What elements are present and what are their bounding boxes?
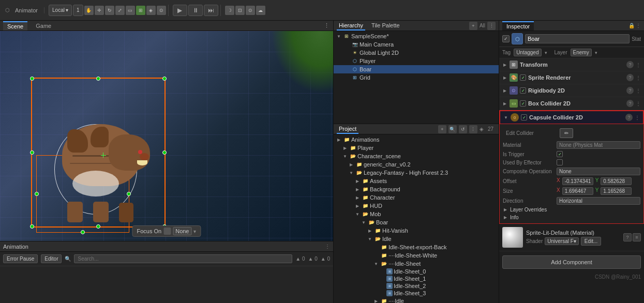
shader-value[interactable]: Universal F▾ — [545, 237, 579, 245]
rigidbody-more[interactable]: ⋮ — [636, 88, 641, 94]
extra-tool2[interactable]: ⊙ — [157, 6, 166, 15]
edit-collider-btn[interactable]: ✏ — [560, 128, 573, 138]
transform-help[interactable]: ? — [626, 61, 634, 68]
pause-button[interactable]: ⏸ — [188, 5, 203, 16]
tab-inspector[interactable]: Inspector — [502, 21, 534, 31]
gizmo3[interactable]: ⊙ — [246, 6, 255, 15]
proj-idle3[interactable]: ▣ Idle-Sheet_3 — [334, 290, 499, 297]
proj-assets[interactable]: ▶ 📁 Assets — [334, 177, 499, 185]
tree-item-boar[interactable]: ⬡ Boar — [334, 65, 499, 73]
inner-handle-bm[interactable] — [81, 230, 85, 234]
proj-legacy[interactable]: ▼ 📂 Legacy-Fantasy - High Forest 2.3 — [334, 169, 499, 177]
proj-idlewhite[interactable]: 📁 ····Idle-Sheet-White — [334, 251, 499, 260]
step-button[interactable]: ⏭ — [204, 5, 218, 16]
rigidbody-checkbox[interactable]: ✓ — [520, 87, 526, 94]
component-boxcollider2d-header[interactable]: ▶ ▭ ✓ Box Collider 2D ? ⋮ — [499, 97, 644, 110]
proj-idle-anim[interactable]: ▶ 📁 ····Idle — [334, 297, 499, 303]
tree-item-maincamera[interactable]: 📷 Main Camera — [334, 40, 499, 49]
proj-idlesheet[interactable]: ▼ 📂 ····Idle-Sheet — [334, 260, 499, 268]
go-active-checkbox[interactable]: ✓ — [502, 35, 510, 42]
proj-idle2[interactable]: ▣ Idle-Sheet_2 — [334, 282, 499, 290]
capsulecol-more[interactable]: ⋮ — [635, 115, 640, 120]
add-component-btn[interactable]: Add Component — [502, 255, 641, 269]
boxcol-checkbox[interactable]: ✓ — [520, 100, 526, 107]
tab-tile-palette[interactable]: Tile Palette — [369, 21, 402, 31]
mat-list-btn[interactable]: ≡ — [633, 233, 641, 241]
offset-y-value[interactable]: 0.582628 — [601, 177, 632, 185]
editor-btn[interactable]: Editor — [41, 254, 62, 263]
project-refresh-btn[interactable]: ↺ — [459, 125, 467, 133]
scale-tool[interactable]: ⤢ — [115, 6, 125, 15]
move-tool[interactable]: ✛ — [95, 6, 104, 15]
handle-mr[interactable] — [162, 150, 167, 155]
gizmo2[interactable]: ⊡ — [235, 6, 245, 15]
extra-tool1[interactable]: ◈ — [146, 6, 156, 15]
direction-value[interactable]: Horizontal — [557, 197, 640, 205]
proj-background[interactable]: ▶ 📁 Background — [334, 185, 499, 193]
tree-item-player[interactable]: ⬡ Player — [334, 57, 499, 65]
go-stat-label[interactable]: Stat — [632, 36, 641, 42]
go-name-field[interactable] — [525, 34, 630, 43]
layer-overrides-label[interactable]: Layer Overrides — [510, 207, 562, 213]
composite-op-value[interactable]: None — [557, 168, 640, 175]
rect-tool[interactable]: ▭ — [126, 6, 135, 15]
proj-idle0[interactable]: ▣ Idle-Sheet_0 — [334, 268, 499, 275]
inner-handle-ml[interactable] — [35, 192, 39, 196]
play-button[interactable]: ▶ — [173, 5, 187, 16]
proj-boar[interactable]: ▼ 📂 Boar — [334, 218, 499, 226]
component-sprite-renderer-header[interactable]: ▶ 🎨 ✓ Sprite Renderer ? ⋮ — [499, 71, 644, 84]
layer-chevron[interactable]: ▾ — [595, 50, 597, 55]
rotate-tool[interactable]: ↻ — [105, 6, 114, 15]
tag-value[interactable]: Untagged — [514, 49, 541, 56]
hierarchy-add-btn[interactable]: + — [469, 22, 477, 30]
proj-player[interactable]: ▶ 📁 Player — [334, 144, 499, 152]
handle-bl[interactable] — [30, 224, 34, 229]
component-transform-header[interactable]: ▶ ⊞ Transform ? ⋮ — [499, 58, 644, 71]
hand-tool[interactable]: ✋ — [84, 6, 94, 15]
inspector-menu[interactable]: ⋮ — [636, 23, 641, 28]
collab-btn[interactable]: ☁ — [256, 6, 265, 15]
tab-project[interactable]: Project — [337, 125, 358, 134]
transform-more[interactable]: ⋮ — [636, 62, 641, 68]
proj-mob[interactable]: ▼ 📂 Mob — [334, 210, 499, 218]
info-label[interactable]: Info — [510, 215, 562, 220]
inspector-lock[interactable]: 🔒 — [628, 23, 635, 28]
anim-search-input[interactable] — [74, 254, 292, 263]
tree-item-globallight[interactable]: ☀ Global Light 2D — [334, 49, 499, 57]
scene-menu-icon[interactable]: ⋮ — [323, 22, 330, 29]
tab-scene[interactable]: Scene — [3, 21, 27, 31]
is-trigger-checkbox[interactable]: ✓ — [557, 151, 563, 157]
size-y-value[interactable]: 1.165268 — [601, 187, 632, 195]
boxcol-help[interactable]: ? — [626, 100, 634, 107]
mat-edit-btn[interactable]: Edit... — [581, 237, 602, 246]
hierarchy-menu-btn[interactable]: ⋮ — [487, 22, 496, 30]
boxcol-more[interactable]: ⋮ — [636, 101, 641, 107]
spriterenderer-more[interactable]: ⋮ — [636, 75, 641, 81]
project-menu-btn[interactable]: ⋮ — [469, 125, 477, 133]
spriterenderer-checkbox[interactable]: ✓ — [520, 74, 526, 81]
proj-character[interactable]: ▶ 📁 Character — [334, 193, 499, 202]
proj-hud[interactable]: ▶ 📁 HUD — [334, 202, 499, 210]
material-value[interactable]: None (Physics Mat — [557, 141, 640, 149]
project-add-btn[interactable]: + — [438, 125, 446, 133]
tree-item-samplescene[interactable]: ▼ ⊞ SampleScene* — [334, 32, 499, 40]
tree-item-grid[interactable]: ⊞ Grid — [334, 73, 499, 82]
transform-tool[interactable]: ⊞ — [136, 6, 145, 15]
error-pause-btn[interactable]: Error Pause — [3, 254, 38, 263]
size-x-value[interactable]: 1.696467 — [562, 187, 593, 195]
proj-generic[interactable]: ▶ 📁 generic_char_v0.2 — [334, 160, 499, 169]
tab-game[interactable]: Game — [32, 22, 55, 30]
proj-idle[interactable]: ▼ 📂 Idle — [334, 235, 499, 243]
handle-tr[interactable] — [162, 77, 167, 81]
layer-value[interactable]: Enemy — [571, 49, 592, 56]
tag-chevron[interactable]: ▾ — [545, 50, 547, 55]
capsulecol-help[interactable]: ? — [625, 114, 633, 121]
project-search-btn[interactable]: 🔍 — [448, 125, 457, 133]
tab-hierarchy[interactable]: Hierarchy — [337, 21, 365, 31]
focus-on-dropdown[interactable]: None — [173, 227, 191, 235]
anim-tab-menu[interactable]: ⋮ — [325, 244, 330, 249]
proj-animations[interactable]: ▶ 📁 Animations — [334, 135, 499, 144]
rigidbody-help[interactable]: ? — [626, 87, 634, 94]
handle-tm[interactable] — [96, 77, 100, 81]
mat-help-btn[interactable]: ? — [623, 233, 632, 241]
